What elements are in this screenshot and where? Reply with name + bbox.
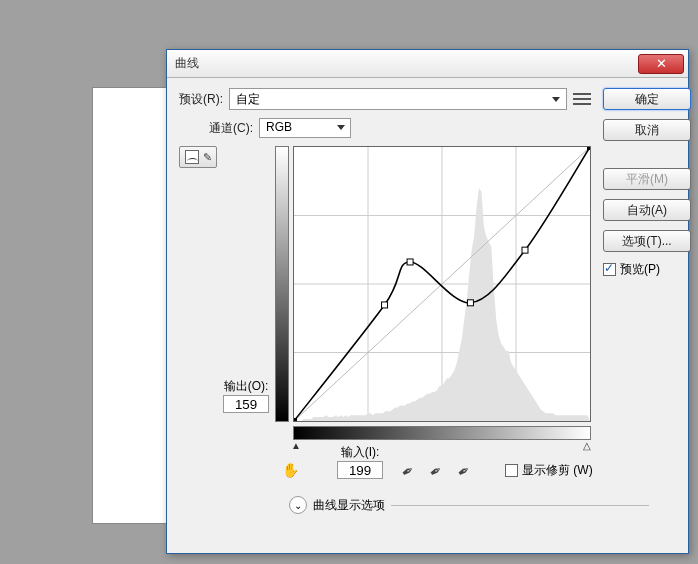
preset-menu-icon[interactable]	[573, 92, 591, 106]
output-field[interactable]	[223, 395, 269, 413]
divider	[391, 505, 649, 506]
eyedropper-white-icon[interactable]: ✒	[454, 458, 479, 483]
titlebar[interactable]: 曲线 ✕	[167, 50, 688, 78]
cancel-button[interactable]: 取消	[603, 119, 691, 141]
chevron-down-icon: ⌄	[294, 500, 302, 511]
output-block: 输出(O):	[219, 378, 273, 413]
smooth-button: 平滑(M)	[603, 168, 691, 190]
channel-value: RGB	[266, 120, 292, 134]
expand-options-button[interactable]: ⌄	[289, 496, 307, 514]
output-label: 输出(O):	[219, 378, 273, 395]
preset-label: 预设(R):	[179, 91, 223, 108]
eyedropper-black-icon[interactable]: ✒	[398, 458, 423, 483]
close-icon: ✕	[656, 56, 667, 71]
output-gradient	[275, 146, 289, 422]
show-clipping-label: 显示修剪 (W)	[522, 462, 593, 479]
preset-value: 自定	[236, 92, 260, 106]
dialog-title: 曲线	[175, 55, 199, 72]
curve-options-label: 曲线显示选项	[313, 497, 385, 514]
preview-checkbox[interactable]: 预览(P)	[603, 261, 691, 278]
eyedropper-gray-icon[interactable]: ✒	[426, 458, 451, 483]
white-point-slider[interactable]: △	[583, 440, 591, 451]
auto-button[interactable]: 自动(A)	[603, 199, 691, 221]
pencil-icon: ✎	[203, 151, 212, 164]
curve-point-icon	[185, 150, 199, 164]
svg-rect-7	[382, 302, 388, 308]
channel-select[interactable]: RGB	[259, 118, 351, 138]
svg-rect-11	[294, 418, 297, 421]
preview-label: 预览(P)	[620, 261, 660, 278]
black-point-slider[interactable]: ▲	[291, 440, 301, 451]
close-button[interactable]: ✕	[638, 54, 684, 74]
target-adjust-tool[interactable]: ✋	[279, 460, 301, 480]
svg-rect-10	[522, 247, 528, 253]
svg-rect-8	[407, 259, 413, 265]
ok-button[interactable]: 确定	[603, 88, 691, 110]
svg-rect-9	[467, 300, 473, 306]
channel-label: 通道(C):	[209, 120, 253, 137]
curve-tool-toggle[interactable]: ✎	[179, 146, 217, 168]
checkbox-icon	[505, 464, 518, 477]
curve-svg	[294, 147, 590, 421]
options-button[interactable]: 选项(T)...	[603, 230, 691, 252]
preset-select[interactable]: 自定	[229, 88, 567, 110]
svg-rect-12	[587, 147, 590, 150]
show-clipping-checkbox[interactable]: 显示修剪 (W)	[505, 462, 593, 479]
curves-dialog: 曲线 ✕ 预设(R): 自定 通道(C): RGB ✎	[166, 49, 689, 554]
input-gradient	[293, 426, 591, 440]
checkbox-checked-icon	[603, 263, 616, 276]
curves-chart[interactable]	[293, 146, 591, 422]
